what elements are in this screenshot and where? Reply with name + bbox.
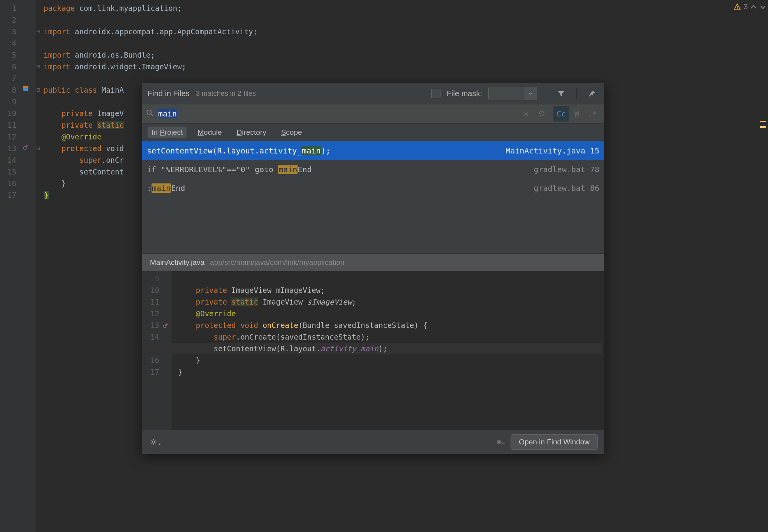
search-result-row[interactable]: setContentView(R.layout.activity_main);M… — [142, 141, 604, 160]
line-number: 15 — [0, 166, 16, 178]
search-history-icon[interactable] — [534, 106, 550, 122]
shortcut-hint: ⌘⏎ — [497, 438, 506, 446]
preview-header: MainActivity.java app/src/main/java/com/… — [142, 254, 604, 271]
line-number: 16 — [0, 178, 16, 189]
line-number: 16 — [142, 354, 159, 366]
line-number: 2 — [0, 14, 16, 26]
file-mask-dropdown[interactable] — [524, 87, 537, 100]
line-number: 12 — [0, 131, 16, 143]
search-input[interactable]: main — [158, 109, 518, 118]
line-number: 13 — [0, 143, 16, 154]
scope-tab-module[interactable]: Module — [194, 127, 225, 138]
line-number: 17 — [142, 366, 159, 378]
prev-highlight-icon[interactable] — [750, 4, 757, 11]
code-line[interactable] — [44, 14, 764, 26]
match-count-label: 3 matches in 2 files — [196, 90, 256, 98]
line-number: 6 — [0, 61, 16, 72]
code-line[interactable]: @Override — [178, 308, 602, 319]
popup-header: Find in Files 3 matches in 2 files File … — [142, 83, 604, 104]
line-number: 1 — [0, 2, 16, 14]
file-mask-input[interactable] — [488, 87, 524, 100]
error-stripe[interactable] — [759, 0, 766, 532]
gear-icon[interactable] — [148, 435, 162, 449]
code-line[interactable]: super.onCreate(savedInstanceState); — [178, 331, 602, 343]
match-case-toggle[interactable]: Cc — [553, 106, 569, 122]
scope-tab-in-project[interactable]: In Project — [148, 127, 187, 138]
popup-footer: ⌘⏎ Open in Find Window — [142, 430, 604, 454]
svg-rect-3 — [737, 6, 738, 8]
svg-line-7 — [151, 114, 153, 116]
svg-point-9 — [152, 441, 155, 443]
scope-tabs: In ProjectModuleDirectoryScope — [142, 123, 604, 141]
code-line[interactable]: import androidx.appcompat.app.AppCompatA… — [44, 26, 764, 37]
pin-icon[interactable] — [585, 87, 599, 100]
warning-icon — [733, 3, 741, 11]
line-number: 14 — [0, 154, 16, 166]
line-number: 3 — [0, 26, 16, 37]
code-line[interactable]: import android.widget.ImageView; — [44, 61, 764, 72]
code-line[interactable]: private static ImageView sImageView; — [178, 296, 602, 308]
scope-tab-scope[interactable]: Scope — [277, 127, 306, 138]
line-number: 7 — [0, 72, 16, 84]
svg-point-2 — [24, 147, 26, 150]
line-number: 11 — [0, 119, 16, 131]
code-line[interactable]: setContentView(R.layout.activity_main); — [142, 343, 602, 354]
whole-words-toggle[interactable]: W — [569, 106, 585, 122]
related-file-icon[interactable] — [18, 84, 33, 96]
file-mask-label: File mask: — [447, 89, 482, 98]
filter-icon[interactable] — [555, 87, 568, 100]
file-mask-checkbox[interactable] — [431, 89, 440, 98]
code-line[interactable]: package com.link.myapplication; — [44, 2, 764, 14]
open-in-find-window-button[interactable]: Open in Find Window — [511, 434, 598, 450]
code-line[interactable]: private ImageView mImageView; — [178, 284, 602, 296]
scope-tab-directory[interactable]: Directory — [233, 127, 270, 138]
code-line[interactable] — [178, 273, 602, 284]
code-line[interactable]: import android.os.Bundle; — [44, 49, 764, 61]
search-icon — [146, 109, 154, 119]
fold-toggle[interactable]: ⊟ — [34, 84, 42, 96]
clear-search-icon[interactable]: ✕ — [518, 106, 534, 122]
search-result-row[interactable]: :mainEndgradlew.bat 86 — [142, 179, 604, 197]
line-number: 11 — [142, 296, 159, 308]
fold-toggle[interactable]: ⊟ — [34, 26, 42, 37]
svg-rect-4 — [737, 8, 738, 9]
find-in-files-popup: Find in Files 3 matches in 2 files File … — [142, 83, 604, 454]
warning-count: 3 — [743, 2, 748, 11]
code-line[interactable]: protected void onCreate(Bundle savedInst… — [178, 319, 602, 331]
preview-file-name: MainActivity.java — [150, 258, 204, 267]
svg-line-5 — [589, 94, 591, 96]
override-gutter-icon[interactable] — [18, 143, 33, 154]
code-line[interactable] — [44, 37, 764, 49]
line-number: 5 — [0, 49, 16, 61]
code-line[interactable]: } — [178, 354, 602, 366]
line-number: 10 — [142, 284, 159, 296]
svg-point-8 — [164, 325, 166, 328]
svg-point-6 — [147, 110, 151, 114]
fold-toggle[interactable]: ⊟ — [34, 61, 42, 72]
preview-editor[interactable]: 910 private ImageView mImageView;11 priv… — [142, 271, 604, 430]
results-list[interactable]: setContentView(R.layout.activity_main);M… — [142, 141, 604, 254]
svg-rect-1 — [23, 86, 28, 88]
popup-title: Find in Files — [148, 89, 190, 98]
override-gutter-icon[interactable] — [162, 322, 169, 330]
line-number: 9 — [142, 273, 159, 284]
code-editor[interactable]: 1package com.link.myapplication;23⊟impor… — [0, 0, 768, 532]
regex-toggle[interactable]: .* — [585, 106, 600, 122]
line-number: 10 — [0, 107, 16, 119]
line-number: 4 — [0, 37, 16, 49]
line-number: 13 — [142, 319, 159, 331]
line-number: 12 — [142, 308, 159, 319]
preview-file-path: app/src/main/java/com/link/myapplication — [210, 258, 344, 267]
line-number: 8 — [0, 84, 16, 96]
code-line[interactable]: } — [178, 366, 602, 378]
fold-toggle[interactable]: ⊟ — [34, 143, 42, 154]
line-number: 9 — [0, 96, 16, 107]
search-result-row[interactable]: if "%ERRORLEVEL%"=="0" goto mainEndgradl… — [142, 160, 604, 179]
search-row: main ✕ Cc W .* — [142, 104, 604, 123]
line-number: 14 — [142, 331, 159, 343]
line-number: 17 — [0, 189, 16, 201]
